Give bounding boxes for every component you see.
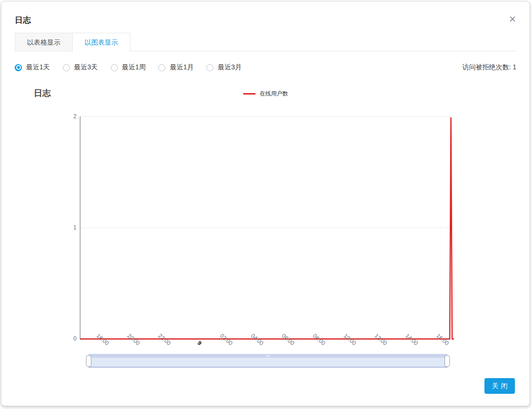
drag-grip-icon xyxy=(266,355,270,357)
radio-last-3-months[interactable]: 最近3月 xyxy=(206,63,242,72)
legend-item-online-users[interactable]: 在线用户数 xyxy=(243,90,288,98)
radio-last-3-days[interactable]: 最近3天 xyxy=(63,63,98,72)
datazoom-right-handle[interactable] xyxy=(445,355,450,367)
radio-label: 最近3天 xyxy=(74,63,98,72)
datazoom-bottom-edge xyxy=(88,367,447,368)
datazoom-move-bar[interactable] xyxy=(88,354,447,358)
time-range-radio-group: 最近1天 最近3天 最近1周 最近1月 最近3月 xyxy=(15,63,242,72)
datazoom-selected-range[interactable] xyxy=(88,358,447,367)
radio-unchecked-icon xyxy=(63,64,70,71)
datazoom-left-handle[interactable] xyxy=(86,355,91,367)
legend-line-icon xyxy=(243,93,255,95)
y-tick-label: 1 xyxy=(65,224,77,231)
radio-unchecked-icon xyxy=(111,64,118,71)
y-tick-label: 2 xyxy=(65,113,77,120)
tab-bar: 以表格显示 以图表显示 xyxy=(15,33,516,51)
filter-row: 最近1天 最近3天 最近1周 最近1月 最近3月 访问被拒绝次数: 1 xyxy=(15,59,516,76)
radio-last-1-week[interactable]: 最近1周 xyxy=(111,63,146,72)
dialog-title: 日志 xyxy=(15,15,31,26)
radio-label: 最近1周 xyxy=(122,63,146,72)
datazoom-slider xyxy=(88,354,447,369)
radio-last-1-day[interactable]: 最近1天 xyxy=(15,63,50,72)
y-tick-label: 0 xyxy=(65,335,77,342)
chart-plot-area xyxy=(80,116,451,340)
radio-unchecked-icon xyxy=(158,64,165,71)
radio-label: 最近3月 xyxy=(218,63,242,72)
radio-label: 最近1天 xyxy=(26,63,50,72)
radio-label: 最近1月 xyxy=(170,63,193,72)
radio-last-1-month[interactable]: 最近1月 xyxy=(158,63,193,72)
tab-chart-view[interactable]: 以图表显示 xyxy=(73,33,130,51)
close-icon[interactable]: ✕ xyxy=(509,15,516,24)
x-tick-label-day: 9 xyxy=(196,340,203,347)
online-users-series-line xyxy=(80,116,452,340)
access-denied-count: 访问被拒绝次数: 1 xyxy=(462,63,516,72)
log-dialog: 日志 ✕ 以表格显示 以图表显示 最近1天 最近3天 最近1周 最近1月 xyxy=(1,1,530,406)
radio-checked-icon xyxy=(15,64,22,71)
legend-label: 在线用户数 xyxy=(260,90,288,98)
chart-title: 日志 xyxy=(34,87,51,99)
close-button[interactable]: 关闭 xyxy=(484,378,515,394)
tab-table-view[interactable]: 以表格显示 xyxy=(15,33,73,51)
radio-unchecked-icon xyxy=(206,64,213,71)
